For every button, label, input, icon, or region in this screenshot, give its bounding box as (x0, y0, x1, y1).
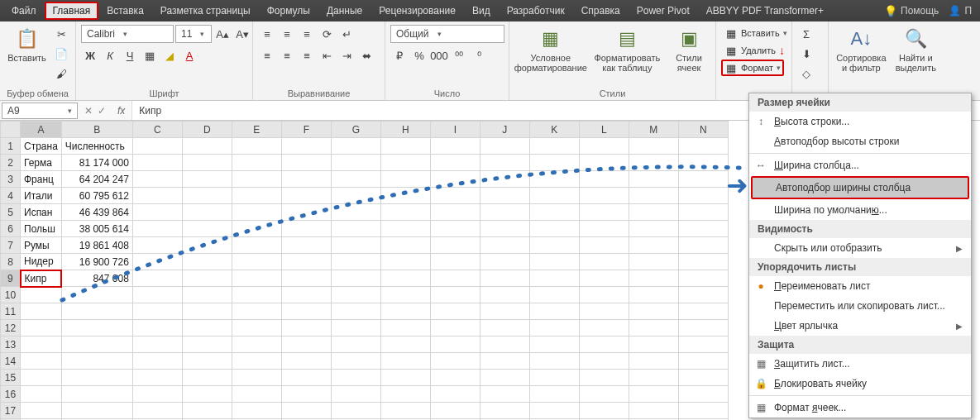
cell[interactable] (132, 221, 182, 237)
cell[interactable] (380, 353, 430, 370)
cell[interactable] (529, 336, 579, 353)
cell[interactable] (430, 287, 480, 303)
cell[interactable] (331, 138, 380, 155)
cell[interactable] (21, 353, 62, 370)
cell[interactable] (331, 353, 380, 370)
cell-styles-button[interactable]: ▣Стили ячеек (667, 25, 710, 74)
cell[interactable] (380, 320, 430, 336)
cell[interactable] (678, 171, 728, 188)
col-header[interactable]: I (430, 122, 480, 138)
cell[interactable] (480, 386, 529, 403)
row-header[interactable]: 7 (1, 237, 21, 254)
cell[interactable] (529, 270, 579, 287)
cut-button[interactable]: ✂ (52, 25, 70, 43)
font-size-combo[interactable]: 11▾ (175, 25, 212, 43)
cell[interactable] (182, 303, 232, 320)
tab-developer[interactable]: Разработчик (499, 2, 573, 20)
cell[interactable] (430, 336, 480, 353)
cell[interactable] (629, 254, 678, 270)
col-header[interactable]: G (331, 122, 380, 138)
cell[interactable] (678, 188, 728, 204)
cell[interactable] (281, 303, 331, 320)
cell[interactable] (629, 270, 678, 287)
cell[interactable] (629, 237, 678, 254)
cell[interactable] (182, 386, 232, 403)
cancel-formula-button[interactable]: ✕ (84, 105, 93, 117)
cell[interactable] (430, 270, 480, 287)
cell[interactable] (480, 336, 529, 353)
cell[interactable] (678, 403, 728, 419)
cell[interactable] (380, 336, 430, 353)
row-header[interactable]: 13 (1, 336, 21, 353)
cell[interactable] (182, 270, 232, 287)
cell[interactable]: 16 900 726 (61, 254, 132, 270)
fill-button[interactable]: ⬇ (797, 45, 815, 63)
cell[interactable]: Польш (21, 221, 62, 237)
align-center-button[interactable]: ≡ (278, 46, 296, 64)
cell[interactable] (132, 287, 182, 303)
cell[interactable] (678, 237, 728, 254)
cell[interactable] (132, 155, 182, 171)
cell[interactable] (380, 287, 430, 303)
row-header[interactable]: 11 (1, 303, 21, 320)
cell[interactable] (579, 188, 629, 204)
cell[interactable] (132, 171, 182, 188)
cell[interactable] (629, 336, 678, 353)
cell[interactable] (678, 370, 728, 386)
cell[interactable] (61, 287, 132, 303)
bold-button[interactable]: Ж (81, 46, 99, 64)
cell[interactable] (430, 138, 480, 155)
cell[interactable] (380, 303, 430, 320)
font-name-combo[interactable]: Calibri▾ (81, 25, 174, 43)
tell-me[interactable]: 💡Помощь (879, 5, 944, 17)
cell[interactable]: 60 795 612 (61, 188, 132, 204)
cell[interactable] (380, 204, 430, 221)
cell[interactable] (61, 336, 132, 353)
border-button[interactable]: ▦ (141, 46, 159, 64)
cells-delete-button[interactable]: ▦Удалить↓ (721, 42, 788, 59)
name-box[interactable]: A9▾ (2, 103, 78, 119)
cell[interactable] (232, 138, 281, 155)
row-header[interactable]: 10 (1, 287, 21, 303)
cell[interactable] (529, 303, 579, 320)
cell[interactable] (579, 171, 629, 188)
tab-review[interactable]: Рецензирование (370, 2, 464, 20)
cell[interactable] (182, 336, 232, 353)
cell[interactable] (21, 386, 62, 403)
decrease-decimal-button[interactable]: ⁰ (470, 46, 488, 64)
cell[interactable]: 46 439 864 (61, 204, 132, 221)
cell[interactable] (132, 237, 182, 254)
cell[interactable] (281, 188, 331, 204)
cell[interactable] (629, 320, 678, 336)
cell[interactable] (61, 303, 132, 320)
cell[interactable] (281, 138, 331, 155)
decrease-font-button[interactable]: A▾ (233, 25, 251, 43)
align-middle-button[interactable]: ≡ (278, 25, 296, 43)
cell[interactable] (529, 403, 579, 419)
cell[interactable] (232, 386, 281, 403)
cell[interactable] (132, 303, 182, 320)
cell[interactable] (678, 353, 728, 370)
cell[interactable] (61, 370, 132, 386)
cell[interactable] (629, 138, 678, 155)
col-header[interactable]: H (380, 122, 430, 138)
cell[interactable] (529, 155, 579, 171)
cell[interactable] (380, 270, 430, 287)
cell[interactable] (529, 370, 579, 386)
cell[interactable] (21, 303, 62, 320)
cell[interactable] (480, 403, 529, 419)
cell[interactable] (430, 155, 480, 171)
cell[interactable] (331, 221, 380, 237)
tab-page-layout[interactable]: Разметка страницы (152, 2, 259, 20)
cell[interactable] (678, 138, 728, 155)
cell[interactable] (629, 403, 678, 419)
cell[interactable]: Герма (21, 155, 62, 171)
cell[interactable] (182, 403, 232, 419)
col-header[interactable]: A (21, 122, 62, 138)
tab-data[interactable]: Данные (318, 2, 370, 20)
cell[interactable] (380, 403, 430, 419)
cell[interactable] (480, 270, 529, 287)
cell[interactable] (331, 403, 380, 419)
cell[interactable] (430, 221, 480, 237)
font-color-button[interactable]: A (180, 46, 198, 64)
